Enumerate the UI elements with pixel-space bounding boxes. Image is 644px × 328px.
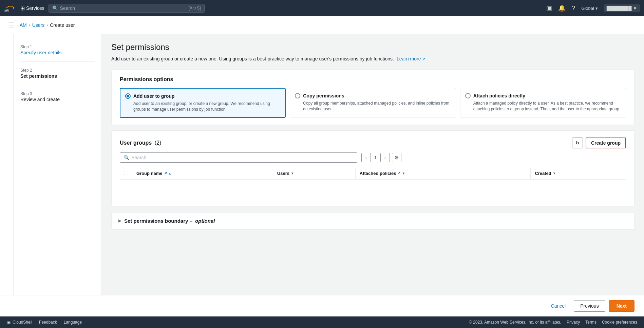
search-icon: 🔍 <box>52 5 58 11</box>
help-icon[interactable]: ? <box>572 5 575 12</box>
perm-option-attach-policies[interactable]: Attach policies directly Attach a manage… <box>460 88 626 118</box>
previous-button[interactable]: Previous <box>574 300 605 312</box>
bell-icon[interactable]: 🔔 <box>558 4 566 12</box>
perm-option-2-desc: Copy all group memberships, attached man… <box>295 101 451 112</box>
feedback-link[interactable]: Feedback <box>39 320 57 325</box>
perm-option-copy-permissions[interactable]: Copy permissions Copy all group membersh… <box>290 88 456 118</box>
region-selector[interactable]: Global ▾ <box>581 6 598 11</box>
step-3-label: Step 3 <box>20 91 95 96</box>
sidebar-step-3: Step 3 Review and create <box>14 88 101 106</box>
groups-header: User groups (2) ↻ Create group <box>120 138 626 148</box>
copyright-text: © 2023, Amazon Web Services, Inc. or its… <box>469 320 561 325</box>
page-number: 1 <box>373 155 378 160</box>
sort-up-icon: ▲ <box>168 171 172 175</box>
table-header-row: Group name ↗ ▲ Users ▼ <box>120 168 626 179</box>
language-link[interactable]: Language <box>64 320 82 325</box>
breadcrumb-users[interactable]: Users <box>32 22 45 28</box>
next-page-button[interactable]: › <box>380 153 390 162</box>
col-users-header[interactable]: Users ▼ <box>273 168 355 179</box>
account-label: ████████ ▼ <box>607 6 637 11</box>
privacy-link[interactable]: Privacy <box>567 320 580 325</box>
groups-table-body <box>120 179 626 200</box>
sidebar-step-1: Step 1 Specify user details <box>14 41 101 59</box>
services-menu[interactable]: ⊞ Services <box>20 5 44 12</box>
groups-search-input[interactable] <box>131 155 354 160</box>
permissions-grid: Add user to group Add user to an existin… <box>120 88 626 118</box>
terminal-footer-icon: ▣ <box>7 320 11 325</box>
groups-title: User groups (2) <box>120 140 161 146</box>
svg-text:aws: aws <box>4 10 9 12</box>
user-groups-card: User groups (2) ↻ Create group 🔍 <box>111 130 634 207</box>
chevron-down-icon: ▾ <box>595 6 598 11</box>
perm-option-3-header: Attach policies directly <box>465 93 621 98</box>
permissions-options-inner: Permissions options Add user to group Ad… <box>112 70 634 125</box>
prev-page-button[interactable]: ‹ <box>361 153 371 162</box>
account-menu[interactable]: ████████ ▼ <box>604 4 640 12</box>
col-checkbox-header <box>120 168 132 179</box>
bottom-action-bar: Cancel Previous Next <box>0 295 644 316</box>
sort-down-icon-users: ▼ <box>291 171 294 175</box>
col-group-name-header[interactable]: Group name ↗ ▲ <box>132 168 273 179</box>
global-search[interactable]: 🔍 [Alt+S] <box>49 4 205 13</box>
col-created-header[interactable]: Created ▼ <box>531 168 626 179</box>
page-content: Set permissions Add user to an existing … <box>102 34 644 295</box>
groups-search[interactable]: 🔍 <box>120 152 357 163</box>
perm-option-3-desc: Attach a managed policy directly to a us… <box>465 101 621 112</box>
sidebar-item-specify-user[interactable]: Specify user details <box>20 50 95 55</box>
perm-option-1-header: Add user to group <box>125 93 280 99</box>
cookie-link[interactable]: Cookie preferences <box>602 320 637 325</box>
sidebar-left-toggle <box>0 34 14 295</box>
grid-icon: ⊞ <box>20 5 25 12</box>
breadcrumb-iam[interactable]: IAM <box>18 22 27 28</box>
terms-link[interactable]: Terms <box>585 320 596 325</box>
step-2-label: Step 2 <box>20 68 95 73</box>
groups-actions: ↻ Create group <box>572 138 626 148</box>
select-all-checkbox[interactable] <box>124 171 128 175</box>
table-settings-button[interactable]: ⚙ <box>392 153 401 162</box>
main-area: Step 1 Specify user details Step 2 Set p… <box>0 34 644 295</box>
external-link-icon: ↗ <box>422 57 425 61</box>
breadcrumb: ☰ IAM › Users › Create user <box>0 16 644 34</box>
permissions-boundary-card: ▶ Set permissions boundary – optional <box>111 212 634 230</box>
perm-option-2-label: Copy permissions <box>303 93 344 98</box>
refresh-button[interactable]: ↻ <box>572 138 583 148</box>
permissions-options-title: Permissions options <box>120 76 626 83</box>
sidebar: Step 1 Specify user details Step 2 Set p… <box>14 34 102 295</box>
step-1-label: Step 1 <box>20 44 95 49</box>
search-input[interactable] <box>60 5 187 11</box>
page-title: Set permissions <box>111 42 634 52</box>
breadcrumb-current: Create user <box>50 22 75 28</box>
perm-option-1-label: Add user to group <box>133 93 174 99</box>
aws-logo[interactable]: aws <box>4 2 16 14</box>
cloudshell-link[interactable]: ▣ CloudShell <box>7 320 32 325</box>
table-header: Group name ↗ ▲ Users ▼ <box>120 168 626 179</box>
sort-down-icon-policies: ▼ <box>402 171 405 175</box>
radio-copy-permissions[interactable] <box>295 93 300 98</box>
sidebar-toggle-button[interactable]: ☰ <box>7 20 16 31</box>
user-groups-inner: User groups (2) ↻ Create group 🔍 <box>112 131 634 206</box>
boundary-title: Set permissions boundary – optional <box>124 218 215 224</box>
learn-more-link[interactable]: Learn more <box>397 56 421 61</box>
perm-option-add-to-group[interactable]: Add user to group Add user to an existin… <box>120 88 286 118</box>
pagination-row: ‹ 1 › ⚙ <box>361 153 401 162</box>
create-group-button[interactable]: Create group <box>586 138 626 148</box>
footer-left: ▣ CloudShell Feedback Language <box>7 320 82 325</box>
radio-add-to-group[interactable] <box>125 93 131 99</box>
table-empty-row <box>120 179 626 200</box>
footer: ▣ CloudShell Feedback Language © 2023, A… <box>0 316 644 328</box>
page-description: Add user to an existing group or create … <box>111 55 634 62</box>
external-link-icon-col2: ↗ <box>397 171 400 176</box>
sidebar-item-set-permissions[interactable]: Set permissions <box>20 73 95 79</box>
search-hint: [Alt+S] <box>189 6 201 11</box>
boundary-section[interactable]: ▶ Set permissions boundary – optional <box>112 213 634 229</box>
terminal-icon[interactable]: ▣ <box>546 4 552 12</box>
cancel-button[interactable]: Cancel <box>546 300 571 311</box>
nav-icons: ▣ 🔔 ? Global ▾ ████████ ▼ <box>546 4 640 12</box>
next-button[interactable]: Next <box>609 300 634 312</box>
expand-icon: ▶ <box>118 218 121 223</box>
col-attached-policies-header[interactable]: Attached policies ↗ ▼ <box>355 168 531 179</box>
sidebar-item-review-create[interactable]: Review and create <box>20 97 95 102</box>
radio-attach-policies[interactable] <box>465 93 471 98</box>
footer-right: © 2023, Amazon Web Services, Inc. or its… <box>469 320 637 325</box>
breadcrumb-sep-1: › <box>29 23 30 28</box>
